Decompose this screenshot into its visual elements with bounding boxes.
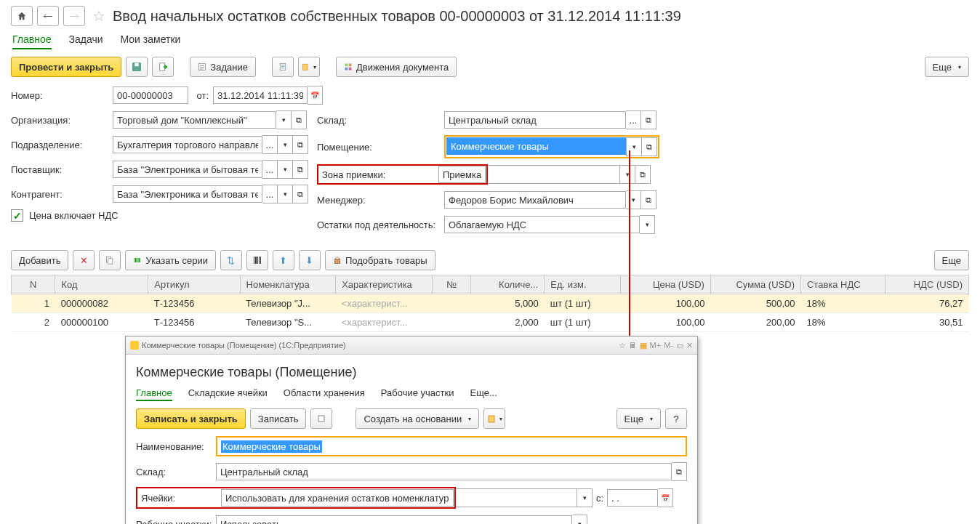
tab-notes[interactable]: Мои заметки: [121, 31, 181, 49]
col-unit[interactable]: Ед. изм.: [545, 275, 621, 294]
supplier-drop[interactable]: ▾: [278, 160, 293, 179]
delete-row-button[interactable]: ✕: [73, 250, 95, 270]
room-open[interactable]: ⧉: [642, 137, 657, 156]
col-art[interactable]: Артикул: [148, 275, 240, 294]
move-up-button[interactable]: ⬆: [273, 250, 294, 270]
report-button[interactable]: [272, 57, 294, 77]
col-n[interactable]: N: [12, 275, 55, 294]
zone-input[interactable]: [438, 166, 486, 183]
counterparty-input[interactable]: [113, 185, 262, 203]
col-num[interactable]: №: [433, 275, 471, 294]
table-more-button[interactable]: Еще: [934, 250, 969, 270]
svg-rect-21: [255, 257, 257, 264]
col-vat[interactable]: НДС (USD): [885, 275, 968, 294]
number-input[interactable]: [113, 86, 188, 104]
price-includes-vat-label: Цена включает НДС: [29, 210, 119, 221]
task-button[interactable]: Задание: [190, 57, 256, 77]
attach-button[interactable]: ▾: [298, 57, 320, 77]
back-button[interactable]: 🡐: [37, 6, 59, 26]
dept-input[interactable]: [113, 136, 262, 153]
counterparty-dots[interactable]: ...: [262, 185, 278, 203]
svg-rect-1: [135, 63, 139, 66]
room-input[interactable]: [446, 137, 626, 155]
svg-rect-17: [137, 258, 138, 262]
table-row[interactable]: 2000000100Т-123456Телевизор "S...<характ…: [12, 313, 969, 332]
svg-rect-22: [257, 257, 258, 264]
dept-open[interactable]: ⧉: [293, 135, 308, 154]
supplier-dots[interactable]: ...: [262, 160, 278, 179]
room-label: Помещение:: [308, 142, 444, 153]
svg-rect-25: [334, 259, 340, 264]
col-price[interactable]: Цена (USD): [621, 275, 711, 294]
warehouse-open[interactable]: ⧉: [641, 110, 656, 129]
calendar-icon[interactable]: 📅: [308, 86, 323, 105]
tab-main[interactable]: Главное: [12, 31, 52, 49]
zone-open[interactable]: ⧉: [635, 165, 651, 184]
org-drop[interactable]: ▾: [276, 110, 292, 129]
supplier-open[interactable]: ⧉: [293, 160, 308, 179]
post-and-close-button[interactable]: Провести и закрыть: [11, 57, 121, 77]
col-nom[interactable]: Номенклатура: [240, 275, 336, 294]
annotation-arrow: [629, 150, 630, 332]
price-includes-vat-checkbox[interactable]: ✓: [11, 209, 23, 222]
org-input[interactable]: [113, 111, 276, 129]
warehouse-dots[interactable]: ...: [626, 110, 641, 129]
col-vatrate[interactable]: Ставка НДС: [800, 275, 885, 294]
more-button[interactable]: Еще▾: [925, 57, 969, 77]
activity-label: Остатки под деятельность:: [308, 219, 444, 230]
items-table: N Код Артикул Номенклатура Характеристик…: [11, 275, 969, 332]
svg-rect-5: [281, 65, 285, 65]
supplier-input[interactable]: [113, 161, 262, 178]
svg-rect-19: [140, 258, 141, 262]
svg-rect-12: [349, 68, 352, 70]
movements-button[interactable]: Движения документа: [336, 57, 457, 77]
col-qty[interactable]: Количе...: [471, 275, 545, 294]
barcode-button[interactable]: [246, 250, 268, 270]
page-title: Ввод начальных остатков собственных това…: [113, 8, 681, 25]
svg-rect-9: [345, 64, 348, 67]
manager-label: Менеджер:: [308, 195, 444, 206]
svg-rect-15: [134, 258, 135, 262]
home-button[interactable]: [11, 6, 33, 26]
svg-rect-20: [254, 257, 254, 264]
pick-goods-button[interactable]: Подобрать товары: [325, 250, 435, 270]
date-input[interactable]: [213, 86, 308, 104]
activity-input[interactable]: [444, 216, 640, 233]
col-char[interactable]: Характеристика: [336, 275, 433, 294]
svg-rect-14: [108, 259, 113, 265]
org-open[interactable]: ⧉: [292, 110, 307, 129]
counterparty-open[interactable]: ⧉: [293, 185, 308, 203]
col-sum[interactable]: Сумма (USD): [710, 275, 800, 294]
link-button[interactable]: ⇅: [220, 250, 242, 270]
warehouse-input[interactable]: [444, 111, 626, 129]
dept-drop[interactable]: ▾: [278, 135, 293, 154]
org-label: Организация:: [11, 115, 113, 126]
move-down-button[interactable]: ⬇: [299, 250, 321, 270]
svg-rect-18: [138, 258, 139, 262]
table-row[interactable]: 1000000082Т-123456Телевизор "J...<характ…: [12, 294, 969, 313]
col-code[interactable]: Код: [55, 275, 148, 294]
svg-rect-8: [303, 64, 308, 70]
save-button[interactable]: [126, 57, 148, 77]
copy-row-button[interactable]: [99, 250, 121, 270]
activity-drop[interactable]: ▾: [640, 215, 655, 234]
number-label: Номер:: [11, 90, 113, 101]
forward-button[interactable]: 🡒: [63, 6, 85, 26]
zone-drop[interactable]: ▾: [620, 165, 635, 184]
svg-rect-16: [135, 258, 137, 262]
favorite-icon[interactable]: ☆: [92, 7, 105, 25]
manager-input[interactable]: [444, 191, 626, 209]
manager-open[interactable]: ⧉: [641, 190, 656, 209]
add-row-button[interactable]: Добавить: [11, 250, 68, 270]
dept-dots[interactable]: ...: [262, 135, 278, 154]
main-tabs: Главное Задачи Мои заметки: [11, 31, 969, 49]
svg-rect-7: [281, 68, 285, 69]
series-button[interactable]: Указать серии: [125, 250, 215, 270]
svg-rect-10: [349, 64, 352, 67]
post-button[interactable]: [152, 57, 174, 77]
tab-tasks[interactable]: Задачи: [69, 31, 103, 49]
svg-rect-24: [260, 257, 261, 264]
from-label: от:: [188, 90, 213, 101]
warehouse-label: Склад:: [308, 115, 444, 126]
counterparty-drop[interactable]: ▾: [278, 185, 293, 203]
